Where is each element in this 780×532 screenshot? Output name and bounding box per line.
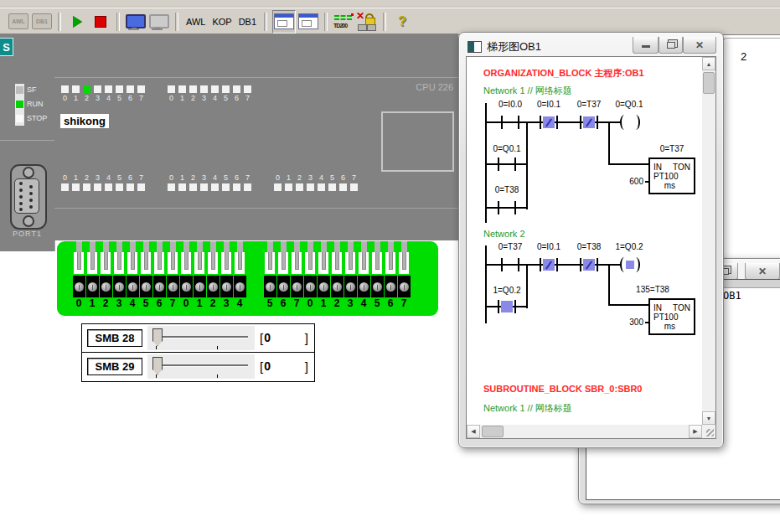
network2-header: Network 2 [483, 229, 525, 239]
io-led-label: 2 [85, 174, 89, 182]
toggle-switch[interactable]: 5 [263, 241, 276, 309]
switch-lever[interactable] [90, 252, 95, 270]
io-led-label: 7 [139, 174, 143, 182]
io-led-label: 5 [117, 174, 121, 182]
switch-lever[interactable] [375, 252, 380, 270]
switch-lever[interactable] [77, 252, 81, 270]
ladder-window-button[interactable] [272, 10, 296, 34]
switch-lever[interactable] [225, 252, 229, 270]
toggle-switch[interactable]: 7 [397, 241, 411, 309]
close-button[interactable]: ✕ [683, 37, 716, 54]
toggle-switch[interactable]: 3 [112, 241, 126, 309]
switch-lever[interactable] [184, 252, 189, 270]
switch-lever[interactable] [158, 252, 162, 270]
toggle-switch[interactable]: 6 [276, 241, 290, 309]
toggle-switch[interactable]: 0 [303, 241, 317, 309]
switch-lever[interactable] [349, 252, 353, 270]
toggle-switch[interactable]: 3 [344, 241, 357, 309]
terminal-block [277, 276, 290, 297]
open-db1-button[interactable]: DB1 [31, 11, 53, 33]
switch-lever[interactable] [335, 252, 339, 270]
toggle-switch[interactable]: 5 [139, 241, 152, 309]
play-icon [73, 16, 82, 28]
led-cell: 4 [211, 85, 219, 102]
toggle-switch[interactable]: 4 [126, 241, 139, 309]
coil-label: 1=Q0.2 [611, 242, 648, 251]
switch-lever[interactable] [308, 252, 313, 270]
toggle-switch[interactable]: 7 [290, 241, 303, 309]
terminal-screw [101, 282, 111, 292]
db1-view-button[interactable]: DB1 [236, 11, 259, 33]
switch-lever[interactable] [198, 252, 202, 270]
toggle-switch[interactable]: 3 [220, 241, 233, 309]
state-window-button[interactable] [297, 11, 319, 33]
switch-wire [334, 241, 340, 252]
org-block-header: ORGANIZATION_BLOCK 主程序:OB1 [483, 67, 644, 80]
vertical-scroll-thumb[interactable] [703, 72, 715, 94]
open-awl-button[interactable]: AWL [8, 11, 29, 33]
io-led [72, 85, 80, 93]
switch-lever[interactable] [268, 252, 272, 270]
scroll-left-button[interactable]: ◀ [467, 425, 480, 438]
switch-lever[interactable] [117, 252, 121, 270]
nc-contact-active [580, 258, 598, 271]
horizontal-scrollbar[interactable]: ◀ ▶ [467, 425, 702, 438]
help-button[interactable]: ? [391, 11, 413, 33]
toggle-switch[interactable]: 1 [85, 241, 99, 309]
monitor-button[interactable] [125, 11, 147, 33]
branch-contact-label: 0=T38 [488, 185, 525, 194]
switch-lever[interactable] [131, 252, 135, 270]
horizontal-scroll-thumb[interactable] [482, 426, 504, 437]
switch-lever[interactable] [238, 252, 242, 270]
td200-button[interactable]: TD200 [333, 11, 354, 33]
plc-main-panel: CPU 226 shikong 0 1 2 3 4 5 6 7 [54, 34, 458, 240]
terminal-screw [386, 282, 395, 292]
toggle-switch[interactable]: 0 [72, 241, 85, 309]
switch-lever[interactable] [362, 252, 366, 270]
smb-slider-track[interactable] [147, 354, 255, 379]
switch-lever[interactable] [402, 252, 406, 270]
switch-slot [114, 252, 124, 274]
stop-button[interactable] [90, 11, 111, 33]
toggle-switch[interactable]: 6 [152, 241, 166, 309]
kop-view-button[interactable]: KOP [209, 11, 234, 33]
scroll-up-button[interactable]: ▲ [702, 57, 715, 70]
smb-value-display: [0] [260, 358, 308, 374]
toggle-switch[interactable]: 1 [317, 241, 330, 309]
toggle-switch[interactable]: 2 [99, 241, 112, 309]
slider-thumb[interactable] [152, 357, 163, 374]
scroll-down-button[interactable]: ▼ [702, 411, 715, 425]
switch-lever[interactable] [295, 252, 299, 270]
awl-view-button[interactable]: AWL [183, 11, 208, 33]
toggle-switch[interactable]: 4 [357, 241, 370, 309]
minimize-button[interactable] [633, 37, 659, 54]
switch-lever[interactable] [282, 252, 286, 270]
toggle-switch[interactable]: 1 [193, 241, 206, 309]
switch-lever[interactable] [104, 252, 108, 270]
close-button[interactable]: ✕ [745, 263, 780, 280]
toggle-switch[interactable]: 0 [179, 241, 193, 309]
unlock-button[interactable]: ✕ [356, 11, 378, 33]
toggle-switch[interactable]: 6 [384, 241, 397, 309]
toggle-switch[interactable]: 7 [166, 241, 179, 309]
scroll-right-button[interactable]: ▶ [689, 425, 702, 438]
switch-lever[interactable] [322, 252, 326, 270]
switch-lever[interactable] [144, 252, 148, 270]
toggle-switch[interactable]: 5 [370, 241, 384, 309]
slider-thumb[interactable] [152, 328, 163, 346]
switch-lever[interactable] [211, 252, 215, 270]
switch-lever[interactable] [171, 252, 175, 270]
resize-grip[interactable] [706, 429, 714, 436]
monitor-off-button[interactable] [148, 11, 170, 33]
vertical-scrollbar[interactable]: ▲ ▼ [702, 57, 715, 425]
smb-slider-track[interactable] [147, 326, 255, 350]
run-button[interactable] [66, 11, 88, 33]
switch-wire [237, 241, 243, 252]
toggle-switch[interactable]: 4 [233, 241, 246, 309]
switch-lever[interactable] [389, 252, 393, 270]
terminal-block [264, 276, 276, 297]
toggle-switch[interactable]: 2 [330, 241, 344, 309]
ladder-title-bar[interactable]: 梯形图OB1 [467, 39, 541, 54]
maximize-button[interactable] [659, 37, 683, 54]
toggle-switch[interactable]: 2 [206, 241, 220, 309]
